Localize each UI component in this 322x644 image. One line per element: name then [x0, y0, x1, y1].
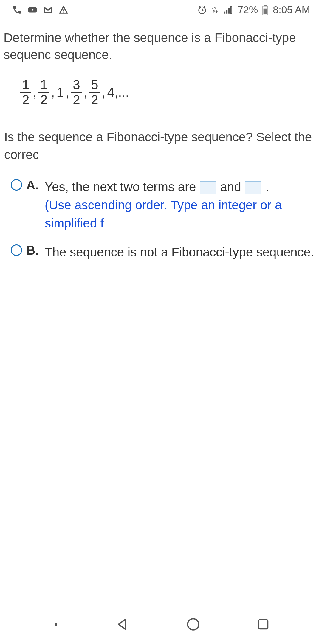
answer-input-1[interactable] [200, 181, 216, 194]
question-intro: Determine whether the sequence is a Fibo… [4, 28, 318, 66]
radio-a[interactable] [11, 179, 22, 191]
circle-home-icon [186, 617, 201, 632]
term-6: 4 [107, 85, 114, 100]
option-a-body: Yes, the next two terms are and . (Use a… [45, 178, 318, 233]
term-2: 1 2 [38, 78, 49, 106]
term-3: 1 [56, 85, 64, 100]
nav-bar [0, 604, 322, 644]
svg-rect-4 [224, 11, 225, 13]
battery-icon [262, 5, 269, 15]
signal-icon [223, 5, 233, 15]
option-a[interactable]: A. Yes, the next two terms are and . (Us… [4, 173, 318, 238]
term-5: 5 2 [89, 78, 100, 106]
warning-icon [58, 5, 69, 15]
status-left [12, 5, 69, 15]
question-content: Determine whether the sequence is a Fibo… [0, 21, 322, 267]
term-tail: ,... [114, 85, 129, 100]
nav-menu-button[interactable] [52, 621, 59, 628]
term-4: 3 2 [71, 78, 82, 106]
lte-icon: 4G [211, 5, 219, 15]
svg-rect-5 [226, 10, 227, 14]
battery-percent: 72% [238, 4, 258, 16]
svg-rect-11 [55, 623, 57, 626]
square-recent-icon [256, 617, 270, 631]
status-bar: 4G 72% 8:05 AM [0, 0, 322, 19]
svg-rect-6 [228, 8, 230, 13]
svg-rect-10 [264, 8, 267, 14]
video-icon [27, 5, 38, 15]
answer-input-2[interactable] [245, 181, 261, 194]
option-a-letter: A. [26, 178, 41, 192]
triangle-back-icon [115, 617, 130, 632]
svg-point-12 [188, 619, 199, 630]
status-right: 4G 72% 8:05 AM [197, 4, 310, 16]
svg-text:4G: 4G [212, 6, 216, 10]
nav-home-button[interactable] [186, 617, 201, 632]
option-b[interactable]: B. The sequence is not a Fibonacci-type … [4, 238, 318, 267]
term-1: 1 2 [20, 78, 31, 106]
option-a-text-after: . [265, 180, 269, 194]
radio-b[interactable] [11, 244, 22, 256]
option-a-hint: (Use ascending order. Type an integer or… [45, 198, 282, 230]
alarm-icon [197, 5, 207, 15]
option-a-text-mid: and [220, 180, 245, 194]
question-prompt: Is the sequence a Fibonacci-type sequenc… [4, 129, 318, 173]
phone-icon [12, 5, 22, 15]
nav-recent-button[interactable] [256, 617, 270, 631]
svg-rect-7 [230, 6, 232, 13]
mail-icon [43, 5, 53, 15]
sequence-display: 1 2 , 1 2 , 1 , 3 2 , 5 2 [4, 66, 318, 118]
nav-back-button[interactable] [115, 617, 130, 632]
option-a-text-before: Yes, the next two terms are [45, 180, 199, 194]
clock-time: 8:05 AM [273, 4, 310, 16]
svg-rect-13 [259, 620, 268, 629]
square-small-icon [52, 621, 59, 628]
option-b-letter: B. [26, 243, 41, 258]
option-b-text: The sequence is not a Fibonacci-type seq… [45, 243, 314, 261]
